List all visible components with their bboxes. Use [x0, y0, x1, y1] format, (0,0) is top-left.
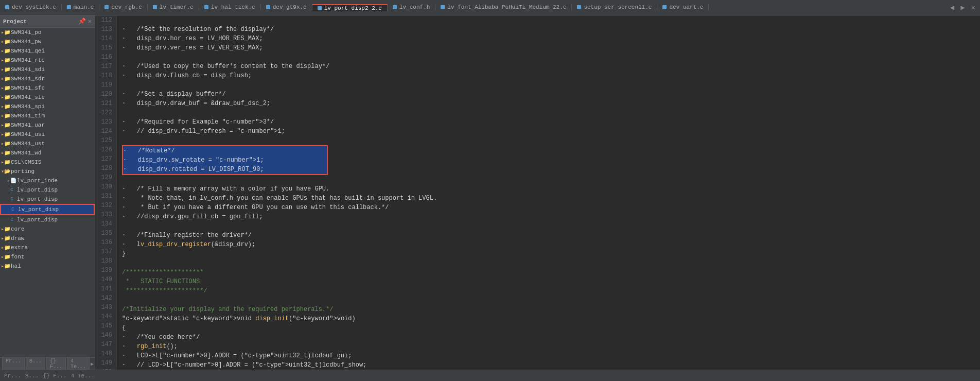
- sidebar-item-label-swm341_sle: SWM341_sle: [11, 94, 45, 100]
- sidebar-close-icon[interactable]: ✕: [88, 18, 92, 25]
- folder-icon-porting: ▾📂: [2, 168, 9, 175]
- status-f[interactable]: {} F...: [43, 373, 66, 379]
- sidebar-item-label-draw: draw: [11, 235, 24, 241]
- tab-dev_uart[interactable]: dev_uart.c: [657, 4, 709, 10]
- sidebar-bottom-tab-0[interactable]: Pr...: [2, 357, 25, 370]
- sidebar-item-porting[interactable]: ▾📂porting: [0, 167, 95, 176]
- line-num-144: 144: [99, 312, 112, 321]
- sidebar-item-swm341_sfc[interactable]: ▸📁SWM341_sfc: [0, 83, 95, 93]
- code-line-115: · disp_drv.ver_res = LV_VER_RES_MAX;: [122, 43, 980, 53]
- sidebar-item-swm341_spi[interactable]: ▸📁SWM341_spi: [0, 102, 95, 111]
- line-num-130: 130: [99, 182, 112, 192]
- sidebar-item-label-lv_port_disp_child1: lv_port_disp: [17, 187, 58, 193]
- tab-scroll-left-icon[interactable]: ◀: [948, 2, 956, 13]
- sidebar-item-draw[interactable]: ▸📁draw: [0, 234, 95, 243]
- sidebar-bottom-tab-1[interactable]: B...: [26, 357, 45, 370]
- sidebar-item-swm341_ust[interactable]: ▸📁SWM341_ust: [0, 139, 95, 148]
- file-c-icon-lv_port_disp_child4: C: [8, 216, 15, 223]
- code-line-147: · rgb_init();: [122, 342, 980, 351]
- sidebar-item-swm341_pw[interactable]: ▸📁SWM341_pw: [0, 37, 95, 46]
- code-line-146: · /*You code here*/: [122, 333, 980, 342]
- sidebar-item-swm341_usi1[interactable]: ▸📁SWM341_usi: [0, 130, 95, 139]
- sidebar-item-label-swm341_spi: SWM341_spi: [11, 103, 45, 110]
- code-lines: · /*Set the resolution of the display*/·…: [117, 15, 980, 370]
- sidebar-scroll-right[interactable]: ▶: [91, 361, 94, 367]
- folder-icon-swm341_sle: ▸📁: [2, 94, 9, 101]
- tab-bar: dev_systick.cmain.cdev_rgb.clv_timer.clv…: [0, 0, 980, 15]
- sidebar-item-swm341_po[interactable]: ▸📁SWM341_po: [0, 28, 95, 37]
- status-pr[interactable]: Pr...: [4, 373, 21, 379]
- sidebar-item-swm341_uar[interactable]: ▸📁SWM341_uar: [0, 120, 95, 130]
- sidebar-item-extra[interactable]: ▸📁extra: [0, 243, 95, 252]
- line-num-126: 126: [99, 145, 112, 154]
- code-line-114: · disp_drv.hor_res = LV_HOR_RES_MAX;: [122, 34, 980, 43]
- tab-label-dev_uart: dev_uart.c: [669, 4, 703, 10]
- sidebar-item-csl_cmsis[interactable]: ▸📁CSL\CMSIS: [0, 158, 95, 167]
- line-num-134: 134: [99, 219, 112, 229]
- line-num-132: 132: [99, 201, 112, 210]
- line-num-114: 114: [99, 34, 112, 43]
- sidebar-item-label-hal: hal: [11, 263, 21, 269]
- tab-close-icon[interactable]: ✕: [969, 2, 977, 13]
- code-line-135: · /*Finally register the driver*/: [122, 231, 980, 240]
- tab-setup_scr_screen11[interactable]: setup_scr_screen11.c: [572, 4, 657, 10]
- sidebar-item-swm341_qei[interactable]: ▸📁SWM341_qei: [0, 46, 95, 56]
- code-line-139: /*********************: [122, 268, 980, 277]
- folder-icon-core: ▸📁: [2, 226, 9, 233]
- sidebar-item-lv_port_disp_selected[interactable]: Clv_port_disp: [0, 204, 95, 215]
- tab-lv_hal_tick[interactable]: lv_hal_tick.c: [199, 4, 261, 10]
- sidebar-item-lv_port_disp_child1[interactable]: Clv_port_disp: [0, 185, 95, 195]
- tab-label-dev_rgb: dev_rgb.c: [111, 4, 142, 10]
- line-num-141: 141: [99, 284, 112, 293]
- sidebar-item-swm341_sdr[interactable]: ▸📁SWM341_sdr: [0, 74, 95, 83]
- status-te[interactable]: 4 Te...: [71, 373, 95, 379]
- tab-lv_font_alibaba[interactable]: lv_font_Alibaba_PuHuiTi_Medium_22.c: [435, 4, 572, 10]
- sidebar-item-core[interactable]: ▸📁core: [0, 224, 95, 234]
- sidebar-item-swm341_wd[interactable]: ▸📁SWM341_wd: [0, 148, 95, 158]
- tab-lv_port_disp2_2[interactable]: lv_port_disp2_2.c: [312, 4, 388, 11]
- sidebar-item-swm341_tim[interactable]: ▸📁SWM341_tim: [0, 111, 95, 120]
- code-area[interactable]: 1121131141151161171181191201211221231241…: [95, 15, 980, 370]
- status-b[interactable]: B...: [25, 373, 39, 379]
- sidebar-item-lv_port_disp_child4[interactable]: Clv_port_disp: [0, 215, 95, 224]
- tab-lv_timer[interactable]: lv_timer.c: [148, 4, 199, 10]
- sidebar-item-label-swm341_wd: SWM341_wd: [11, 150, 41, 156]
- sidebar-item-swm341_sle[interactable]: ▸📁SWM341_sle: [0, 93, 95, 102]
- sidebar-pin-icon[interactable]: 📌: [78, 18, 86, 25]
- line-num-119: 119: [99, 80, 112, 90]
- tab-dev_systick[interactable]: dev_systick.c: [0, 4, 62, 10]
- sidebar-item-label-swm341_rtc: SWM341_rtc: [11, 57, 45, 63]
- code-line-131: · * Note that, in lv_conf.h you can enab…: [122, 194, 980, 203]
- code-line-127: · disp_drv.sw_rotate = "c-number">1;: [123, 155, 327, 165]
- code-line-121: · disp_drv.draw_buf = &draw_buf_dsc_2;: [122, 99, 980, 108]
- code-line-116: [122, 53, 980, 62]
- sidebar-item-font[interactable]: ▸📁font: [0, 252, 95, 262]
- tab-icon-main: [67, 5, 71, 9]
- tab-label-lv_timer: lv_timer.c: [160, 4, 194, 10]
- sidebar-item-label-swm341_po: SWM341_po: [11, 29, 41, 36]
- tab-label-lv_hal_tick: lv_hal_tick.c: [211, 4, 255, 10]
- folder-icon-swm341_spi: ▸📁: [2, 103, 9, 110]
- tab-dev_gt9x[interactable]: dev_gt9x.c: [261, 4, 312, 10]
- line-num-133: 133: [99, 210, 112, 219]
- line-num-136: 136: [99, 238, 112, 247]
- folder-icon-swm341_sdr: ▸📁: [2, 75, 9, 82]
- folder-icon-swm341_rtc: ▸📁: [2, 57, 9, 64]
- sidebar-bottom-tab-2[interactable]: {} F...: [46, 357, 66, 370]
- tab-main[interactable]: main.c: [62, 4, 100, 10]
- tab-label-lv_font_alibaba: lv_font_Alibaba_PuHuiTi_Medium_22.c: [447, 4, 566, 10]
- sidebar-item-swm341_sdi[interactable]: ▸📁SWM341_sdi: [0, 65, 95, 74]
- tab-lv_conf[interactable]: lv_conf.h: [388, 4, 435, 10]
- sidebar-item-label-lv_port_disp_selected: lv_port_disp: [18, 206, 59, 213]
- sidebar-bottom-tab-3[interactable]: 4 Te...: [67, 357, 90, 370]
- tab-dev_rgb[interactable]: dev_rgb.c: [99, 4, 147, 10]
- folder-icon-swm341_ust: ▸📁: [2, 140, 9, 147]
- sidebar-item-hal[interactable]: ▸📁hal: [0, 262, 95, 271]
- tab-scroll-right-icon[interactable]: ▶: [958, 2, 967, 13]
- sidebar-item-swm341_rtc[interactable]: ▸📁SWM341_rtc: [0, 56, 95, 65]
- tab-icon-lv_conf: [393, 5, 397, 9]
- sidebar-item-lv_port_index[interactable]: ▸📄lv_port_inde: [0, 176, 95, 185]
- folder-icon-swm341_po: ▸📁: [2, 29, 9, 36]
- code-line-144: "c-keyword">static "c-keyword">void disp…: [122, 314, 980, 323]
- sidebar-item-lv_port_disp_child2[interactable]: Clv_port_disp: [0, 195, 95, 204]
